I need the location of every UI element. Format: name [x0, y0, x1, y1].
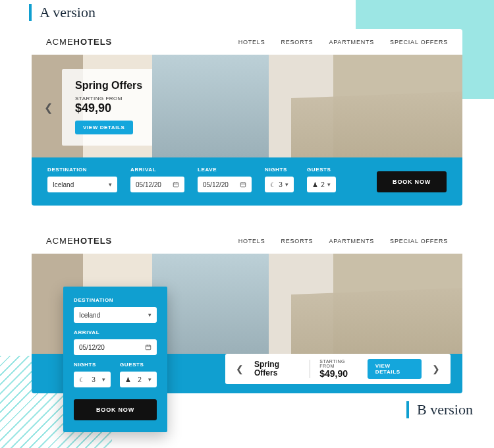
- arrival-field-b: ARRIVAL 05/12/20: [74, 329, 157, 355]
- chevron-down-icon: ▾: [148, 376, 151, 383]
- person-icon: ♟: [125, 376, 131, 383]
- brand-logo[interactable]: ACMEHOTELS: [46, 37, 112, 47]
- destination-label: DESTINATION: [74, 297, 157, 303]
- prev-arrow-icon[interactable]: ❮: [234, 364, 245, 374]
- search-bar: DESTINATION Iceland ▾ ARRIVAL 05/12/20 L…: [32, 157, 462, 206]
- offer-price-wrap: STARTING FROM $49,90: [319, 359, 358, 379]
- hero-image-b: DESTINATION Iceland ▾ ARRIVAL 05/12/20 N…: [32, 254, 462, 354]
- chevron-down-icon: ▾: [148, 312, 151, 318]
- svg-rect-4: [240, 182, 246, 187]
- brand-hotels: HOTELS: [74, 37, 113, 47]
- next-arrow-icon[interactable]: ❯: [211, 101, 223, 114]
- destination-field-b: DESTINATION Iceland ▾: [74, 297, 157, 323]
- nights-value: 3: [279, 181, 283, 188]
- nav-special-offers[interactable]: SPECIAL OFFERS: [390, 238, 448, 244]
- calendar-icon: [240, 181, 246, 188]
- arrival-date-input[interactable]: 05/12/20: [130, 177, 184, 192]
- nights-field-b: NIGHTS ☾ 3 ▾: [74, 362, 111, 387]
- prev-arrow-icon[interactable]: ❮: [42, 101, 54, 114]
- variant-a-card: ACMEHOTELS HOTELS RESORTS APARTMENTS SPE…: [32, 29, 462, 206]
- offer-title: Spring Offers: [75, 80, 190, 92]
- hero-image: ❮ ❯ Spring Offers STARTING FROM $49,90 V…: [32, 55, 462, 157]
- nav-resorts[interactable]: RESORTS: [281, 39, 313, 45]
- guests-select[interactable]: ♟ 2 ▾: [120, 372, 157, 387]
- offer-overlay: ❮ ❯ Spring Offers STARTING FROM $49,90 V…: [62, 69, 203, 146]
- top-nav-b: ACMEHOTELS HOTELS RESORTS APARTMENTS SPE…: [32, 228, 462, 254]
- chevron-down-icon: ▾: [102, 376, 105, 383]
- nights-field: NIGHTS ☾ 3 ▾: [265, 167, 294, 192]
- starting-from-label: STARTING FROM: [75, 96, 190, 101]
- guests-label: GUESTS: [307, 167, 336, 173]
- chevron-down-icon: ▾: [109, 181, 112, 188]
- moon-icon: ☾: [270, 181, 276, 188]
- chevron-down-icon: ▾: [285, 181, 288, 188]
- nav-links: HOTELS RESORTS APARTMENTS SPECIAL OFFERS: [238, 39, 448, 45]
- top-nav: ACMEHOTELS HOTELS RESORTS APARTMENTS SPE…: [32, 29, 462, 55]
- brand-hotels: HOTELS: [74, 236, 113, 246]
- nights-label: NIGHTS: [74, 362, 111, 368]
- label-bar: [29, 4, 32, 21]
- brand-acme: ACME: [46, 236, 74, 246]
- guests-field-b: GUESTS ♟ 2 ▾: [120, 362, 157, 387]
- nights-select[interactable]: ☾ 3 ▾: [74, 372, 111, 387]
- guests-value: 2: [321, 181, 325, 188]
- destination-field: DESTINATION Iceland ▾: [47, 167, 117, 192]
- nav-hotels[interactable]: HOTELS: [238, 238, 265, 244]
- nights-select[interactable]: ☾ 3 ▾: [265, 177, 294, 192]
- arrival-value: 05/12/20: [79, 344, 105, 351]
- moon-icon: ☾: [79, 376, 85, 383]
- svg-rect-8: [146, 345, 151, 350]
- next-arrow-icon[interactable]: ❯: [431, 364, 441, 374]
- guests-select[interactable]: ♟ 2 ▾: [307, 177, 336, 192]
- offer-price: $49,90: [319, 368, 358, 379]
- book-now-button[interactable]: BOOK NOW: [377, 171, 447, 192]
- variant-b-card: ACMEHOTELS HOTELS RESORTS APARTMENTS SPE…: [32, 228, 462, 393]
- arrival-value: 05/12/20: [136, 181, 161, 188]
- arrival-label: ARRIVAL: [74, 329, 157, 335]
- leave-date-input[interactable]: 05/12/20: [198, 177, 252, 192]
- view-details-button-b[interactable]: VIEW DETAILS: [368, 359, 422, 379]
- offer-title-wrap: Spring Offers: [254, 360, 300, 378]
- arrival-label: ARRIVAL: [130, 167, 184, 173]
- label-bar: [406, 401, 409, 418]
- leave-field: LEAVE 05/12/20: [198, 167, 252, 192]
- side-search-panel: DESTINATION Iceland ▾ ARRIVAL 05/12/20 N…: [63, 287, 167, 432]
- nights-label: NIGHTS: [265, 167, 294, 173]
- destination-label: DESTINATION: [47, 167, 117, 173]
- destination-select[interactable]: Iceland ▾: [47, 177, 117, 192]
- leave-value: 05/12/20: [203, 181, 229, 188]
- nav-links-b: HOTELS RESORTS APARTMENTS SPECIAL OFFERS: [238, 238, 448, 244]
- divider: [310, 360, 310, 378]
- arrival-date-input[interactable]: 05/12/20: [74, 339, 157, 355]
- calendar-icon: [145, 344, 151, 350]
- guests-label: GUESTS: [120, 362, 157, 368]
- book-now-button-b[interactable]: BOOK NOW: [74, 399, 157, 420]
- version-b-text: B version: [417, 401, 473, 418]
- guests-field: GUESTS ♟ 2 ▾: [307, 167, 336, 192]
- arrival-field: ARRIVAL 05/12/20: [130, 167, 184, 192]
- destination-value: Iceland: [79, 312, 100, 319]
- person-icon: ♟: [312, 181, 318, 188]
- nav-hotels[interactable]: HOTELS: [238, 39, 265, 45]
- leave-label: LEAVE: [198, 167, 252, 173]
- offer-strip: ❮ Spring Offers STARTING FROM $49,90 VIE…: [225, 354, 451, 384]
- brand-logo-b[interactable]: ACMEHOTELS: [46, 236, 112, 246]
- view-details-button[interactable]: VIEW DETAILS: [75, 121, 133, 134]
- calendar-icon: [173, 181, 179, 188]
- offer-title: Spring Offers: [254, 360, 300, 378]
- guests-value: 2: [138, 376, 142, 383]
- brand-acme: ACME: [46, 37, 74, 47]
- svg-rect-0: [173, 182, 178, 187]
- starting-from-label: STARTING FROM: [319, 359, 358, 368]
- version-a-text: A version: [40, 4, 96, 21]
- nav-apartments[interactable]: APARTMENTS: [329, 39, 374, 45]
- nav-apartments[interactable]: APARTMENTS: [329, 238, 374, 244]
- destination-value: Iceland: [53, 181, 74, 188]
- nav-resorts[interactable]: RESORTS: [281, 238, 313, 244]
- nav-special-offers[interactable]: SPECIAL OFFERS: [390, 39, 448, 45]
- chevron-down-icon: ▾: [327, 181, 331, 188]
- nights-value: 3: [92, 376, 96, 383]
- offer-price: $49,90: [75, 101, 190, 115]
- destination-select[interactable]: Iceland ▾: [74, 307, 157, 323]
